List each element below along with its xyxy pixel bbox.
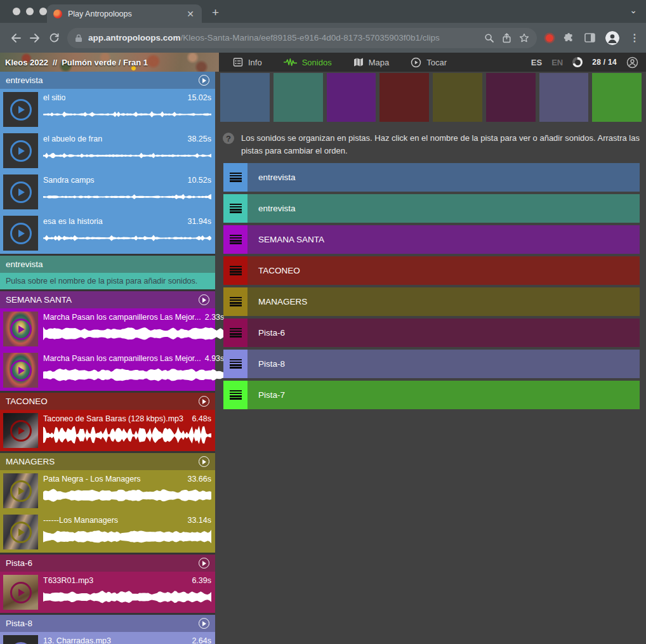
track-play-button[interactable] — [199, 294, 209, 305]
new-tab-button[interactable]: + — [212, 6, 219, 18]
tab-mapa[interactable]: Mapa — [353, 57, 390, 67]
clip-item[interactable]: Marcha Pasan los campanilleros Las Mejor… — [0, 308, 215, 350]
track-row-entrevista[interactable]: entrevista — [223, 194, 640, 223]
clip-play-button[interactable] — [10, 642, 32, 644]
track-color-swatch[interactable] — [274, 73, 323, 122]
track-row-body[interactable]: TACONEO — [247, 256, 640, 285]
extensions-puzzle-icon[interactable] — [564, 32, 574, 43]
recording-extension-icon[interactable] — [546, 34, 553, 42]
track-header-pista-6[interactable]: Pista-6 — [0, 555, 215, 572]
clip-play-button[interactable] — [10, 582, 32, 603]
track-color-swatch[interactable] — [379, 73, 429, 122]
bookmark-star-icon[interactable] — [519, 33, 529, 43]
track-play-button[interactable] — [199, 558, 209, 568]
track-row-body[interactable]: Pista-6 — [247, 319, 640, 347]
clip-play-button[interactable] — [10, 319, 32, 340]
breadcrumb[interactable]: Kleos 2022 // Pulmón verde / Fran 1 — [0, 53, 219, 72]
track-color-swatch[interactable] — [486, 73, 536, 122]
lang-en-button[interactable]: EN — [551, 58, 563, 67]
track-row-entrevista[interactable]: entrevista — [223, 163, 640, 192]
track-play-button[interactable] — [199, 396, 209, 407]
browser-tab[interactable]: Play Antropoloops ✕ — [47, 4, 202, 23]
track-color-swatch[interactable] — [592, 73, 642, 122]
clip-item[interactable]: Marcha Pasan los campanilleros Las Mejor… — [0, 350, 215, 391]
drag-handle[interactable] — [223, 163, 247, 192]
clip-item[interactable]: el sitio15.02s — [0, 89, 215, 130]
clip-item[interactable]: 13. Charradas.mp32.64s — [0, 632, 215, 644]
clip-play-button[interactable] — [10, 420, 32, 442]
track-row-managers[interactable]: MANAGERS — [223, 287, 640, 316]
lock-icon[interactable] — [75, 34, 82, 43]
share-icon[interactable] — [502, 33, 511, 43]
clip-item[interactable]: ------Los Mananagers33.14s — [0, 511, 215, 553]
track-row-pista-6[interactable]: Pista-6 — [223, 319, 640, 347]
track-color-swatch[interactable] — [220, 73, 270, 122]
tab-search-chevron-icon[interactable]: ⌄ — [630, 5, 637, 15]
clip-thumbnail[interactable] — [3, 635, 38, 644]
track-row-body[interactable]: MANAGERS — [247, 287, 640, 316]
track-header-pista-8[interactable]: Pista-8 — [0, 615, 215, 632]
back-button[interactable] — [6, 29, 25, 48]
track-header-taconeo[interactable]: TACONEO — [0, 393, 215, 410]
account-icon[interactable] — [626, 56, 638, 69]
window-zoom-button[interactable] — [39, 8, 47, 15]
track-header-entrevista[interactable]: entrevista — [0, 72, 215, 89]
track-row-body[interactable]: SEMANA SANTA — [247, 225, 640, 254]
clip-thumbnail[interactable] — [3, 312, 38, 346]
clip-item[interactable]: T633R01.mp36.39s — [0, 572, 215, 613]
clip-thumbnail[interactable] — [3, 133, 38, 168]
tab-sonidos[interactable]: Sonidos — [284, 57, 332, 67]
tab-info[interactable]: Info — [233, 57, 262, 67]
drag-handle[interactable] — [223, 381, 247, 409]
track-header-entrevista[interactable]: entrevista — [0, 256, 215, 273]
track-row-body[interactable]: entrevista — [247, 163, 640, 192]
reload-button[interactable] — [44, 29, 63, 48]
track-color-swatch[interactable] — [539, 73, 589, 122]
drag-handle[interactable] — [223, 225, 247, 254]
clip-item[interactable]: esa es la historia31.94s — [0, 213, 215, 254]
track-row-body[interactable]: entrevista — [247, 194, 640, 223]
clip-thumbnail[interactable] — [3, 216, 38, 251]
window-close-button[interactable] — [13, 8, 20, 15]
clip-thumbnail[interactable] — [3, 473, 38, 508]
clip-item[interactable]: el abuelo de fran38.25s — [0, 130, 215, 171]
window-controls[interactable] — [13, 8, 47, 15]
zoom-indicator-icon[interactable] — [484, 33, 494, 43]
clip-thumbnail[interactable] — [3, 575, 38, 610]
clip-item[interactable]: Sandra camps10.52s — [0, 171, 215, 213]
address-bar[interactable]: app.antropoloops.com /Kleos-Santa-Marina… — [67, 28, 537, 48]
track-header-managers[interactable]: MANAGERS — [0, 453, 215, 470]
track-play-button[interactable] — [199, 456, 209, 467]
drag-handle[interactable] — [223, 256, 247, 285]
browser-menu-icon[interactable]: ⋮ — [630, 32, 640, 44]
track-row-taconeo[interactable]: TACONEO — [223, 256, 640, 285]
clip-play-button[interactable] — [10, 480, 32, 502]
clip-play-button[interactable] — [10, 140, 32, 162]
clip-play-button[interactable] — [10, 99, 32, 121]
clip-item[interactable]: Pata Negra - Los Managers33.66s — [0, 470, 215, 511]
drag-handle[interactable] — [223, 319, 247, 347]
track-row-pista-7[interactable]: Pista-7 — [223, 381, 640, 409]
clip-play-button[interactable] — [10, 181, 32, 203]
drag-handle[interactable] — [223, 287, 247, 316]
track-row-body[interactable]: Pista-7 — [247, 381, 640, 409]
track-color-swatch[interactable] — [433, 73, 482, 122]
clip-thumbnail[interactable] — [3, 515, 38, 549]
profile-avatar[interactable] — [605, 31, 619, 45]
clip-thumbnail[interactable] — [3, 174, 38, 209]
clip-play-button[interactable] — [10, 522, 32, 543]
window-minimize-button[interactable] — [26, 8, 34, 15]
track-row-semana-santa[interactable]: SEMANA SANTA — [223, 225, 640, 254]
clip-item[interactable]: Taconeo de Sara Baras (128 kbps).mp36.48… — [0, 410, 215, 451]
tab-close-icon[interactable]: ✕ — [185, 9, 195, 19]
track-play-button[interactable] — [199, 618, 209, 629]
clip-thumbnail[interactable] — [3, 92, 38, 127]
track-color-swatch[interactable] — [327, 73, 376, 122]
track-header-semana-santa[interactable]: SEMANA SANTA — [0, 291, 215, 308]
drag-handle[interactable] — [223, 194, 247, 223]
track-row-pista-8[interactable]: Pista-8 — [223, 350, 640, 378]
side-panel-icon[interactable] — [584, 33, 595, 43]
lang-es-button[interactable]: ES — [531, 58, 542, 67]
track-play-button[interactable] — [199, 75, 209, 86]
track-row-body[interactable]: Pista-8 — [247, 350, 640, 378]
